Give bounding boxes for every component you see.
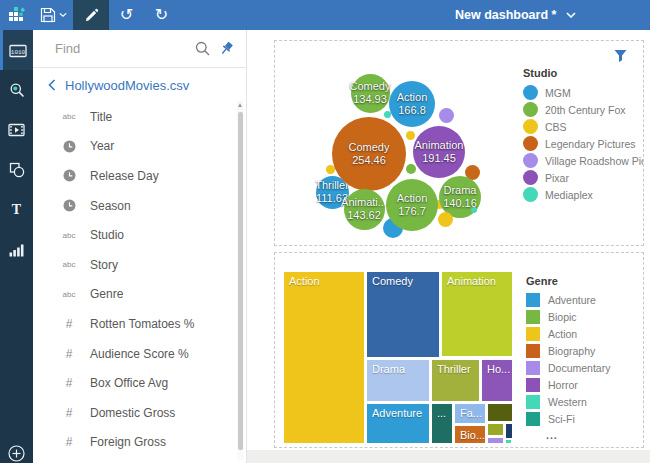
legend-item[interactable]: Documentary — [526, 361, 610, 375]
field-label: Box Office Avg — [90, 376, 168, 390]
treemap-block-[interactable]: ... — [432, 404, 452, 443]
add-source-button[interactable] — [8, 445, 25, 463]
legend-item[interactable]: Sci-Fi — [526, 412, 610, 426]
legend-item[interactable]: MGM — [523, 85, 644, 100]
field-item[interactable]: abcTitle — [33, 102, 246, 132]
legend-item[interactable]: Adventure — [526, 293, 610, 307]
undo-button[interactable]: ↺ — [109, 0, 144, 30]
time-field-icon — [60, 169, 78, 182]
field-label: Year — [90, 139, 114, 153]
treemap-block[interactable] — [506, 424, 512, 438]
legend-more-ellipsis[interactable]: ... — [526, 429, 610, 441]
bubble-chart-widget[interactable]: Thriller111.63Comedy254.46Animati...143.… — [274, 40, 644, 246]
bubble-animati[interactable]: Animati...143.62 — [344, 189, 385, 230]
treemap-block-fa[interactable]: Fa... — [455, 404, 485, 423]
legend-item[interactable]: Mediaplex — [523, 187, 644, 202]
legend-label: MGM — [545, 87, 571, 99]
sidebar-item-visualization[interactable] — [0, 230, 33, 270]
treemap-block[interactable] — [488, 438, 503, 443]
scrollbar-up-arrow-icon[interactable] — [238, 103, 242, 107]
pin-icon[interactable] — [219, 41, 234, 56]
bubble-action[interactable]: Action176.7 — [386, 179, 438, 231]
legend-item[interactable]: Pixar — [523, 170, 644, 185]
sidebar-item-text[interactable]: T — [0, 190, 33, 230]
field-item[interactable]: #Box Office Avg — [33, 368, 246, 398]
bubble-small[interactable] — [438, 212, 453, 227]
treemap-block[interactable] — [488, 404, 512, 421]
data-source-icon: 1010 — [9, 43, 27, 58]
sidebar-item-shapes[interactable] — [0, 150, 33, 190]
treemap-block-drama[interactable]: Drama — [367, 360, 429, 401]
legend-label: Village Roadshow Pictures — [545, 155, 644, 167]
bubble-action[interactable]: Action166.8 — [389, 81, 435, 127]
legend-item[interactable]: Legendary Pictures — [523, 136, 644, 151]
bubble-label: Action — [397, 91, 428, 104]
save-button[interactable] — [33, 0, 73, 30]
edit-pencil-button[interactable] — [73, 0, 109, 30]
bubble-small[interactable] — [406, 164, 416, 174]
svg-text:1010: 1010 — [11, 48, 26, 55]
bubble-small[interactable] — [471, 207, 477, 213]
field-item[interactable]: Season — [33, 191, 246, 221]
field-item[interactable]: #Audience Score % — [33, 339, 246, 369]
legend-item[interactable]: Horror — [526, 378, 610, 392]
treemap-block[interactable] — [488, 424, 503, 435]
panel-scrollbar[interactable] — [237, 100, 244, 460]
find-input[interactable] — [55, 41, 186, 56]
field-item[interactable]: #Foreign Gross — [33, 428, 246, 458]
legend-swatch — [523, 136, 538, 151]
legend-swatch — [523, 119, 538, 134]
legend-item[interactable]: Action — [526, 327, 610, 341]
scrollbar-thumb[interactable] — [238, 112, 243, 450]
field-item[interactable]: #Domestic Gross — [33, 398, 246, 428]
sidebar-item-data-source[interactable]: 1010 — [0, 30, 33, 70]
bubble-value: 143.62 — [347, 209, 381, 222]
legend-item[interactable]: Western — [526, 395, 610, 409]
text-field-icon: abc — [60, 112, 78, 121]
field-item[interactable]: abcGenre — [33, 280, 246, 310]
field-item[interactable]: abcStory — [33, 250, 246, 280]
treemap-block-adventure[interactable]: Adventure — [367, 404, 429, 443]
bubble-small[interactable] — [439, 108, 454, 123]
legend-item[interactable]: Biography — [526, 344, 610, 358]
bubble-animation[interactable]: Animation191.45 — [413, 126, 465, 178]
legend-label: Western — [548, 396, 587, 408]
treemap-block-ho[interactable]: Ho... — [482, 360, 512, 401]
legend-label: Horror — [548, 379, 578, 391]
legend-swatch — [526, 395, 540, 409]
sidebar-item-media[interactable] — [0, 110, 33, 150]
treemap-block-action[interactable]: Action — [284, 272, 364, 443]
field-label: Foreign Gross — [90, 435, 166, 449]
legend-item[interactable]: Village Roadshow Pictures — [523, 153, 644, 168]
treemap-block[interactable] — [506, 440, 511, 443]
treemap-block-thriller[interactable]: Thriller — [432, 360, 479, 401]
bubble-comedy[interactable]: Comedy134.93 — [351, 74, 390, 113]
treemap-chart: ActionComedyAnimationDramaThrillerHo...A… — [284, 272, 512, 443]
bubble-label: Drama — [443, 184, 476, 197]
bubble-comedy[interactable]: Comedy254.46 — [332, 117, 406, 191]
sidebar-item-explore[interactable] — [0, 70, 33, 110]
bubble-value: 254.46 — [352, 154, 386, 167]
legend-item[interactable]: CBS — [523, 119, 644, 134]
dashboard-canvas[interactable]: Thriller111.63Comedy254.46Animati...143.… — [247, 30, 650, 463]
legend-item[interactable]: Biopic — [526, 310, 610, 324]
treemap-block-animation[interactable]: Animation — [442, 272, 512, 356]
redo-button[interactable]: ↻ — [144, 0, 179, 30]
field-item[interactable]: Year — [33, 132, 246, 162]
chevron-left-icon — [48, 79, 56, 91]
field-item[interactable]: Release Day — [33, 161, 246, 191]
treemap-widget[interactable]: ActionComedyAnimationDramaThrillerHo...A… — [274, 252, 644, 448]
field-item[interactable]: abcStudio — [33, 220, 246, 250]
dashboard-title-menu[interactable]: New dashboard * — [455, 0, 576, 30]
treemap-block-comedy[interactable]: Comedy — [367, 272, 439, 357]
field-item[interactable]: #Rotten Tomatoes % — [33, 309, 246, 339]
bubble-small[interactable] — [406, 131, 415, 140]
legend-item[interactable]: 20th Century Fox — [523, 102, 644, 117]
search-icon[interactable] — [195, 41, 210, 56]
bar-chart-icon — [9, 243, 24, 257]
text-field-icon: abc — [60, 231, 78, 240]
treemap-block-bio[interactable]: Bio... — [455, 426, 485, 443]
filter-button[interactable] — [614, 48, 627, 66]
app-logo-icon[interactable] — [0, 0, 33, 30]
data-source-breadcrumb[interactable]: HollywoodMovies.csv — [33, 68, 246, 102]
